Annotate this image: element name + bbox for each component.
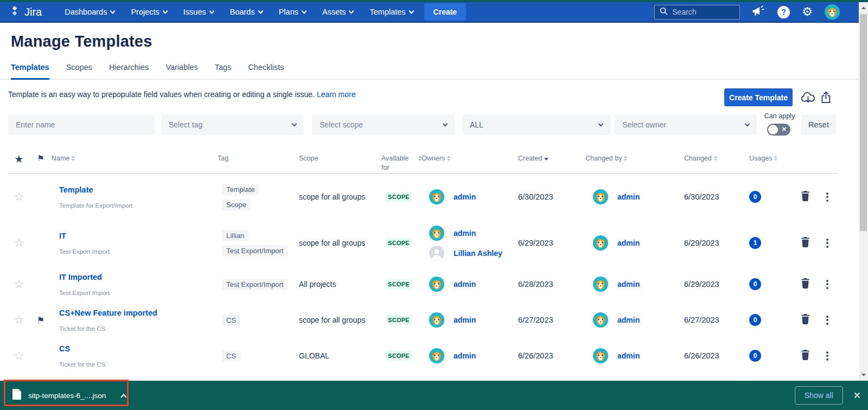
template-name-link[interactable]: IT Imported — [59, 273, 218, 281]
nav-item-assets[interactable]: Assets — [322, 8, 354, 16]
star-column-header[interactable]: ★ — [14, 152, 23, 166]
nav-item-projects[interactable]: Projects — [131, 8, 167, 16]
create-template-button[interactable]: Create Template — [724, 88, 793, 106]
chevron-down-icon — [443, 121, 448, 126]
reset-button[interactable]: Reset — [801, 114, 836, 135]
chevron-down-icon — [258, 8, 263, 14]
can-apply-toggle[interactable]: ✕ — [767, 124, 790, 136]
downloaded-file-chip[interactable]: sitp-templates-6_....json — [12, 389, 126, 402]
user-avatar[interactable] — [825, 4, 840, 20]
usages-badge[interactable]: 0 — [749, 191, 761, 203]
settings-gear-icon[interactable]: ⚙ — [802, 6, 813, 18]
create-button[interactable]: Create — [424, 3, 467, 21]
delete-button[interactable] — [800, 277, 811, 291]
usages-badge[interactable]: 0 — [749, 350, 761, 362]
tag-filter-select[interactable]: Select tag — [161, 114, 304, 135]
owner-link[interactable]: admin — [454, 316, 476, 324]
template-name-link[interactable]: CS — [59, 344, 218, 353]
tab-hierarchies[interactable]: Hierarchies — [109, 63, 149, 79]
chevron-up-icon[interactable] — [122, 392, 126, 399]
tab-checklists[interactable]: Checklists — [248, 63, 284, 79]
owner-link[interactable]: admin — [454, 229, 476, 238]
name-filter-input[interactable] — [16, 120, 147, 129]
delete-button[interactable] — [800, 190, 811, 204]
kebab-icon — [826, 280, 828, 289]
favorite-star-icon[interactable]: ☆ — [14, 236, 24, 249]
table-row: ☆CSTicket for the CSCSGLOBALSCOPE admin6… — [8, 338, 838, 374]
learn-more-link[interactable]: Learn more — [317, 90, 356, 99]
col-header-changed[interactable]: Changed — [684, 154, 749, 163]
tab-variables[interactable]: Variables — [165, 63, 197, 79]
scrollbar-down-arrow[interactable] — [859, 370, 868, 380]
delete-button[interactable] — [800, 236, 811, 250]
scope-filter-select[interactable]: Select scope — [312, 114, 455, 135]
global-search[interactable] — [654, 5, 740, 20]
template-name-link[interactable]: IT — [59, 232, 218, 240]
col-header-label: Changed — [684, 154, 712, 163]
favorite-star-icon[interactable]: ☆ — [14, 278, 24, 291]
show-all-button[interactable]: Show all — [795, 386, 843, 405]
col-header-usages[interactable]: Usages — [749, 154, 782, 163]
tab-scopes[interactable]: Scopes — [66, 63, 92, 79]
more-actions-button[interactable] — [825, 279, 829, 290]
template-name-link[interactable]: CS+New Feature imported — [59, 309, 218, 317]
nav-item-issues[interactable]: Issues — [183, 8, 214, 16]
nav-item-dashboards[interactable]: Dashboards — [65, 8, 114, 16]
owner-link[interactable]: admin — [454, 351, 476, 360]
owner-link[interactable]: admin — [454, 193, 476, 201]
changed-by-link[interactable]: admin — [617, 193, 640, 201]
available-for-badge: SCOPE — [386, 351, 412, 361]
name-filter[interactable] — [8, 114, 155, 135]
tab-templates[interactable]: Templates — [11, 63, 49, 80]
type-filter-select[interactable]: ALL — [462, 114, 610, 135]
more-actions-button[interactable] — [825, 238, 829, 249]
owner-filter-select[interactable]: Select owner — [615, 114, 757, 135]
created-date: 6/27/2023 — [518, 316, 585, 324]
tags-cell: TemplateScope — [218, 184, 299, 210]
scrollbar-thumb[interactable] — [860, 14, 867, 231]
nav-item-templates[interactable]: Templates — [369, 8, 413, 16]
delete-button[interactable] — [800, 349, 811, 363]
jira-logo[interactable]: Jira — [9, 5, 42, 20]
delete-button[interactable] — [800, 313, 811, 327]
sort-arrows-icon — [774, 156, 777, 161]
chevron-down-icon — [110, 8, 116, 14]
tab-tags[interactable]: Tags — [215, 63, 232, 79]
owner-link[interactable]: Lillian Ashley — [454, 249, 502, 258]
chevron-down-icon — [302, 8, 307, 14]
favorite-star-icon[interactable]: ☆ — [14, 349, 24, 362]
favorite-star-icon[interactable]: ☆ — [14, 313, 24, 326]
more-actions-button[interactable] — [825, 315, 829, 326]
import-from-cloud-button[interactable] — [800, 90, 816, 106]
col-header-created[interactable]: Created — [518, 154, 585, 163]
page-scrollbar[interactable] — [859, 2, 868, 381]
favorite-star-icon[interactable]: ☆ — [14, 190, 24, 203]
col-header-name[interactable]: Name — [52, 154, 218, 163]
changed-by-link[interactable]: admin — [617, 280, 640, 289]
more-actions-button[interactable] — [825, 191, 829, 203]
more-actions-button[interactable] — [825, 350, 829, 362]
template-name-link[interactable]: Template — [59, 185, 218, 194]
changed-by-link[interactable]: admin — [617, 316, 640, 324]
changed-date: 6/27/2023 — [684, 316, 749, 324]
col-header-available-for[interactable]: Available for — [381, 154, 422, 172]
usages-badge[interactable]: 0 — [749, 314, 761, 326]
owner-link[interactable]: admin — [454, 280, 476, 289]
search-input[interactable] — [672, 8, 732, 16]
help-icon[interactable]: ? — [777, 6, 790, 18]
nav-item-boards[interactable]: Boards — [230, 8, 263, 16]
changed-by-link[interactable]: admin — [617, 239, 640, 247]
changed-by-link[interactable]: admin — [617, 351, 640, 360]
flag-column-header[interactable]: ⚑ — [37, 153, 44, 164]
announcements-icon[interactable] — [752, 5, 765, 19]
usages-badge[interactable]: 0 — [749, 278, 761, 290]
close-download-bar-icon[interactable]: ✕ — [853, 390, 861, 401]
usages-badge[interactable]: 1 — [749, 237, 761, 249]
file-icon — [12, 389, 21, 402]
scrollbar-up-arrow[interactable] — [859, 3, 868, 12]
col-header-changed-by[interactable]: Changed by — [585, 154, 684, 163]
export-button[interactable] — [819, 90, 833, 106]
nav-item-plans[interactable]: Plans — [279, 8, 306, 16]
col-header-owners[interactable]: Owners — [422, 154, 518, 163]
chevron-down-icon — [598, 121, 604, 126]
